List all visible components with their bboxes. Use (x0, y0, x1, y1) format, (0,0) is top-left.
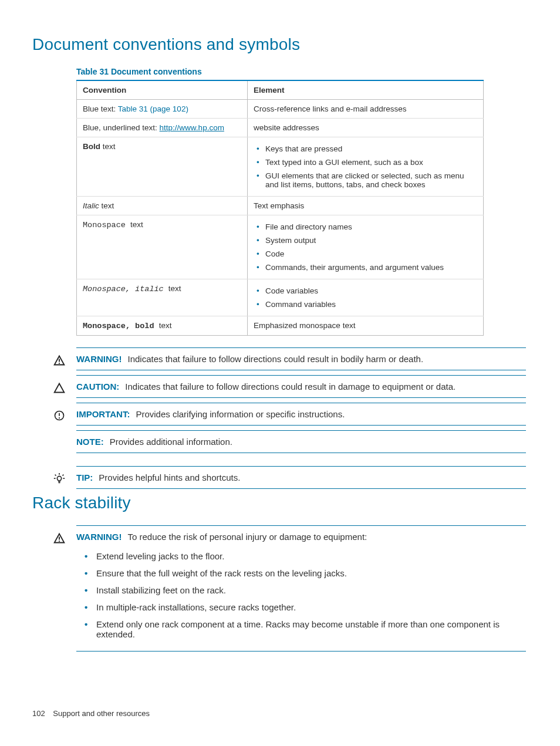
list-item: In multiple-rack installations, secure r… (96, 599, 526, 616)
blue-text-prefix: Blue text: (83, 104, 118, 113)
caution-icon (53, 382, 66, 394)
table-row: Blue, underlined text: http://www.hp.com… (77, 119, 484, 137)
text-suffix: text (130, 220, 143, 229)
list-item: Command variables (265, 298, 477, 311)
list-item: Extend only one rack component at a time… (96, 616, 526, 643)
tip-icon (53, 472, 66, 485)
list-item: Install stabilizing feet on the rack. (96, 582, 526, 599)
note-text: Provides additional information. (110, 437, 232, 447)
admonition-warning: WARNING!Indicates that failure to follow… (76, 347, 526, 370)
text-suffix: text (100, 142, 116, 151)
svg-line-8 (55, 475, 56, 476)
list-item: Code (265, 247, 477, 261)
rack-warning-label: WARNING! (76, 532, 122, 542)
table-caption: Table 31 Document conventions (76, 67, 528, 76)
warning-icon (53, 532, 66, 545)
caution-text: Indicates that failure to follow directi… (125, 382, 456, 391)
list-item: Text typed into a GUI element, such as a… (265, 156, 477, 169)
admonition-note: NOTE:Provides additional information. (76, 430, 526, 453)
important-text: Provides clarifying information or speci… (136, 409, 345, 419)
monospace-italic-sample: Monospace, italic (83, 285, 168, 293)
col-convention: Convention (77, 80, 248, 100)
conventions-table: Convention Element Blue text: Table 31 (… (76, 80, 484, 336)
bold-text-sample: Bold (83, 142, 100, 151)
rack-warning-text: To reduce the risk of personal injury or… (128, 532, 367, 542)
table-row: Italic text Text emphasis (77, 197, 484, 215)
admonition-rack-warning: WARNING!To reduce the risk of personal i… (76, 525, 526, 652)
table-row: Blue text: Table 31 (page 102) Cross-ref… (77, 100, 484, 119)
list-item: File and directory names (265, 220, 477, 234)
caution-label: CAUTION: (76, 382, 119, 391)
monospace-text-sample: Monospace (83, 221, 130, 229)
list-item: Code variables (265, 284, 477, 298)
warning-text: Indicates that failure to follow directi… (128, 354, 424, 364)
note-label: NOTE: (76, 437, 104, 447)
col-element: Element (248, 80, 484, 100)
cell-text: website addresses (248, 119, 484, 137)
svg-point-4 (59, 417, 60, 418)
cell-text: Cross-reference links and e-mail address… (248, 100, 484, 119)
text-suffix: text (102, 201, 114, 210)
table-row: Monospace, bold text Emphasized monospac… (77, 316, 484, 336)
admonition-caution: CAUTION:Indicates that failure to follow… (76, 375, 526, 398)
list-item: Extend leveling jacks to the floor. (96, 548, 526, 565)
svg-point-1 (59, 363, 60, 364)
list-item: GUI elements that are clicked or selecte… (265, 169, 477, 191)
website-link[interactable]: http://www.hp.com (160, 123, 224, 132)
page-number: 102 (32, 709, 45, 718)
text-suffix: text (168, 284, 181, 293)
italic-text-sample: Italic (83, 201, 102, 210)
text-suffix: text (159, 321, 172, 330)
tip-label: TIP: (76, 472, 93, 482)
table-row: Monospace, italic text Code variables Co… (77, 279, 484, 316)
monospace-bold-sample: Monospace, bold (83, 322, 159, 330)
blue-underlined-prefix: Blue, underlined text: (83, 123, 160, 132)
list-item: Keys that are pressed (265, 142, 477, 156)
page-footer: 102 Support and other resources (32, 709, 150, 718)
important-label: IMPORTANT: (76, 409, 130, 419)
cell-text: Emphasized monospace text (248, 316, 484, 336)
warning-label: WARNING! (76, 354, 122, 364)
warning-icon (53, 354, 66, 367)
list-item: System output (265, 234, 477, 247)
admonition-important: IMPORTANT:Provides clarifying informatio… (76, 403, 526, 426)
admonition-tip: TIP:Provides helpful hints and shortcuts… (76, 466, 526, 489)
important-icon (53, 409, 66, 422)
tip-text: Provides helpful hints and shortcuts. (99, 472, 240, 482)
list-item: Commands, their arguments, and argument … (265, 261, 477, 274)
svg-point-13 (59, 541, 60, 542)
list-item: Ensure that the full weight of the rack … (96, 565, 526, 582)
heading-rack-stability: Rack stability (32, 494, 528, 512)
table-row: Bold text Keys that are pressed Text typ… (77, 137, 484, 197)
footer-section: Support and other resources (53, 709, 150, 718)
cell-text: Text emphasis (248, 197, 484, 215)
heading-conventions: Document conventions and symbols (32, 35, 528, 54)
cross-ref-link[interactable]: Table 31 (page 102) (118, 104, 188, 113)
table-row: Monospace text File and directory names … (77, 215, 484, 279)
svg-line-9 (63, 475, 64, 476)
